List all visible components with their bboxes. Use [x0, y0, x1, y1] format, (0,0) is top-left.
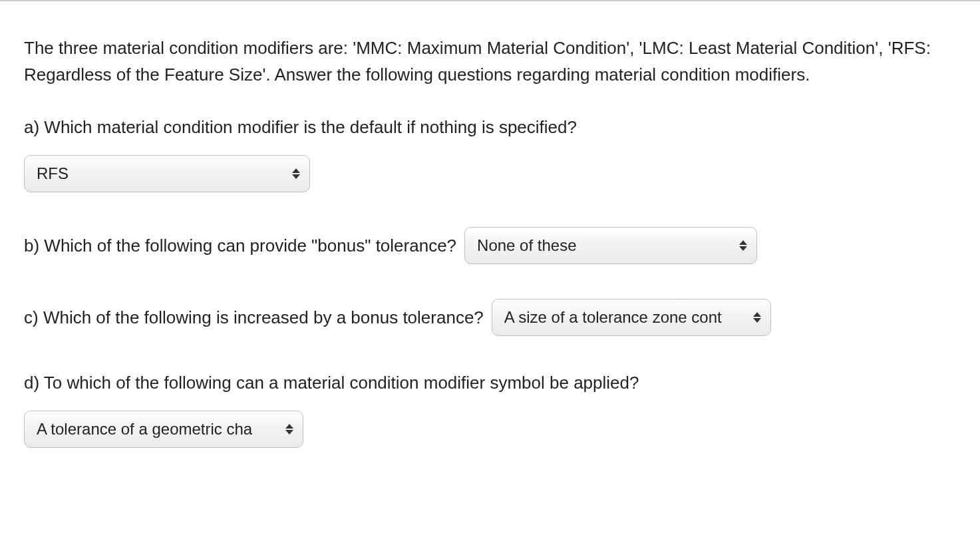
- question-b: b) Which of the following can provide "b…: [24, 227, 959, 264]
- intro-text: The three material condition modifiers a…: [24, 35, 959, 89]
- question-c-select[interactable]: A size of a tolerance zone cont: [492, 299, 771, 336]
- question-a: a) Which material condition modifier is …: [24, 115, 959, 192]
- question-b-select[interactable]: None of these: [464, 227, 757, 264]
- select-arrows-icon: [292, 168, 300, 179]
- question-b-text: b) Which of the following can provide "b…: [24, 234, 456, 258]
- question-b-selected-value: None of these: [477, 236, 576, 255]
- question-a-selected-value: RFS: [37, 164, 69, 183]
- question-a-text: a) Which material condition modifier is …: [24, 115, 959, 139]
- select-arrows-icon: [739, 240, 747, 251]
- question-c-selected-value: A size of a tolerance zone cont: [504, 308, 722, 327]
- question-c: c) Which of the following is increased b…: [24, 299, 959, 336]
- select-arrows-icon: [285, 424, 293, 435]
- question-c-text: c) Which of the following is increased b…: [24, 305, 484, 329]
- select-arrows-icon: [753, 312, 761, 323]
- question-d-text: d) To which of the following can a mater…: [24, 371, 959, 395]
- question-a-select[interactable]: RFS: [24, 155, 310, 192]
- question-d-select[interactable]: A tolerance of a geometric cha: [24, 411, 303, 448]
- question-page: The three material condition modifiers a…: [0, 1, 980, 509]
- question-d-selected-value: A tolerance of a geometric cha: [37, 420, 252, 439]
- question-d: d) To which of the following can a mater…: [24, 371, 959, 448]
